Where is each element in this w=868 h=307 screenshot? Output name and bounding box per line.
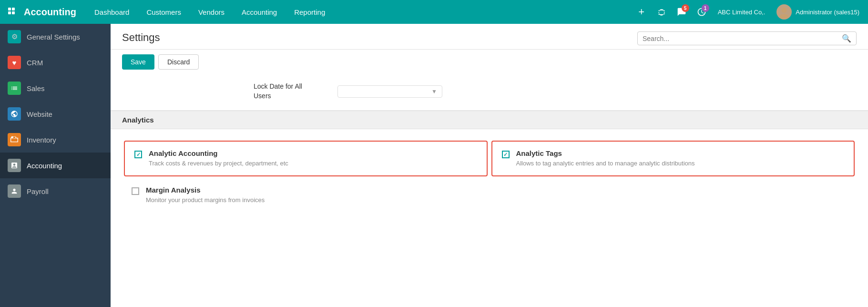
analytic-accounting-title: Analytic Accounting <box>149 149 288 157</box>
sidebar: ⚙ General Settings ♥ CRM Sales Website <box>0 24 111 307</box>
main-content: Settings 🔍 Save Discard Lock Date for Al… <box>111 24 868 307</box>
payroll-icon <box>8 184 21 198</box>
activities-badge: 1 <box>702 4 709 12</box>
analytic-tags-item: Analytic Tags Allows to tag analytic ent… <box>491 141 855 176</box>
sidebar-item-website[interactable]: Website <box>0 101 111 127</box>
svg-rect-0 <box>8 8 11 10</box>
svg-rect-1 <box>12 8 15 10</box>
sidebar-item-inventory[interactable]: Inventory <box>0 127 111 153</box>
sales-icon <box>8 82 21 95</box>
analytic-accounting-item: Analytic Accounting Track costs & revenu… <box>124 141 488 176</box>
nav-dashboard[interactable]: Dashboard <box>86 0 138 24</box>
nav-customers[interactable]: Customers <box>138 0 190 24</box>
analytic-accounting-text: Analytic Accounting Track costs & revenu… <box>149 149 288 168</box>
page-layout: ⚙ General Settings ♥ CRM Sales Website <box>0 24 868 307</box>
analytic-tags-checkbox[interactable] <box>502 151 510 158</box>
margin-analysis-text: Margin Analysis Monitor your product mar… <box>146 186 265 205</box>
margin-analysis-description: Monitor your product margins from invoic… <box>146 196 265 205</box>
settings-body: Lock Date for All Users ▼ Analytics <box>111 74 868 307</box>
page-title: Settings <box>122 31 160 44</box>
search-icon: 🔍 <box>842 34 851 43</box>
search-box: 🔍 <box>637 31 857 45</box>
sidebar-label-payroll: Payroll <box>27 187 49 195</box>
svg-point-4 <box>782 8 787 13</box>
website-icon <box>8 107 21 121</box>
save-button[interactable]: Save <box>122 54 154 70</box>
margin-analysis-checkbox-wrap[interactable] <box>132 187 139 195</box>
nav-actions: + 5 1 ABC Limited Co,. Administrator (sa… <box>633 3 863 20</box>
activities-icon[interactable]: 1 <box>693 3 710 20</box>
sidebar-label-inventory: Inventory <box>27 136 56 144</box>
analytic-tags-description: Allows to tag analytic entries and to ma… <box>516 159 695 168</box>
discard-button[interactable]: Discard <box>158 54 199 70</box>
sidebar-item-crm[interactable]: ♥ CRM <box>0 50 111 75</box>
crm-icon: ♥ <box>8 56 21 69</box>
debug-icon[interactable] <box>653 3 670 20</box>
nav-accounting[interactable]: Accounting <box>233 0 286 24</box>
lock-date-row: Lock Date for All Users ▼ <box>254 82 857 101</box>
messages-badge: 5 <box>682 4 689 12</box>
analytics-grid: Analytic Accounting Track costs & revenu… <box>111 129 868 222</box>
chevron-down-icon: ▼ <box>431 88 437 95</box>
svg-point-5 <box>780 14 788 19</box>
messages-icon[interactable]: 5 <box>673 3 690 20</box>
sidebar-item-general-settings[interactable]: ⚙ General Settings <box>0 24 111 50</box>
nav-username: Administrator (sales15) <box>796 9 859 16</box>
nav-user[interactable]: Administrator (sales15) <box>773 4 863 20</box>
topnav: Accounting Dashboard Customers Vendors A… <box>0 0 868 24</box>
sidebar-item-accounting[interactable]: Accounting <box>0 153 111 178</box>
svg-rect-3 <box>12 11 15 14</box>
analytic-tags-checkbox-wrap[interactable] <box>502 151 510 158</box>
action-bar: Save Discard <box>111 50 868 74</box>
margin-analysis-title: Margin Analysis <box>146 186 265 194</box>
lock-date-label: Lock Date for All Users <box>254 82 330 101</box>
analytic-accounting-checkbox[interactable] <box>134 151 142 158</box>
sidebar-label-sales: Sales <box>27 84 45 92</box>
add-icon[interactable]: + <box>633 3 650 20</box>
general-settings-icon: ⚙ <box>8 30 21 43</box>
settings-header: Settings 🔍 <box>111 24 868 50</box>
sidebar-label-website: Website <box>27 110 52 118</box>
nav-reporting[interactable]: Reporting <box>286 0 334 24</box>
sidebar-label-crm: CRM <box>27 59 43 67</box>
lock-date-section: Lock Date for All Users ▼ <box>111 74 868 111</box>
analytics-section-header: Analytics <box>111 111 868 129</box>
analytic-tags-text: Analytic Tags Allows to tag analytic ent… <box>516 149 695 168</box>
nav-menu: Dashboard Customers Vendors Accounting R… <box>86 0 633 24</box>
nav-vendors[interactable]: Vendors <box>190 0 233 24</box>
lock-date-dropdown[interactable]: ▼ <box>337 85 442 98</box>
analytic-tags-title: Analytic Tags <box>516 149 695 157</box>
margin-analysis-item: Margin Analysis Monitor your product mar… <box>122 178 490 212</box>
nav-company: ABC Limited Co,. <box>713 9 770 16</box>
nav-brand: Accounting <box>24 7 76 18</box>
analytic-accounting-description: Track costs & revenues by project, depar… <box>149 159 288 168</box>
margin-analysis-checkbox[interactable] <box>132 187 139 195</box>
svg-rect-2 <box>8 11 11 14</box>
nav-avatar <box>776 4 792 20</box>
accounting-icon <box>8 159 21 172</box>
apps-menu-icon[interactable] <box>5 4 20 20</box>
inventory-icon <box>8 133 21 146</box>
analytic-accounting-checkbox-wrap[interactable] <box>134 151 142 158</box>
sidebar-item-payroll[interactable]: Payroll <box>0 178 111 204</box>
sidebar-item-sales[interactable]: Sales <box>0 75 111 101</box>
sidebar-label-accounting: Accounting <box>27 162 62 170</box>
search-input[interactable] <box>643 35 842 42</box>
sidebar-label-general-settings: General Settings <box>27 33 80 41</box>
